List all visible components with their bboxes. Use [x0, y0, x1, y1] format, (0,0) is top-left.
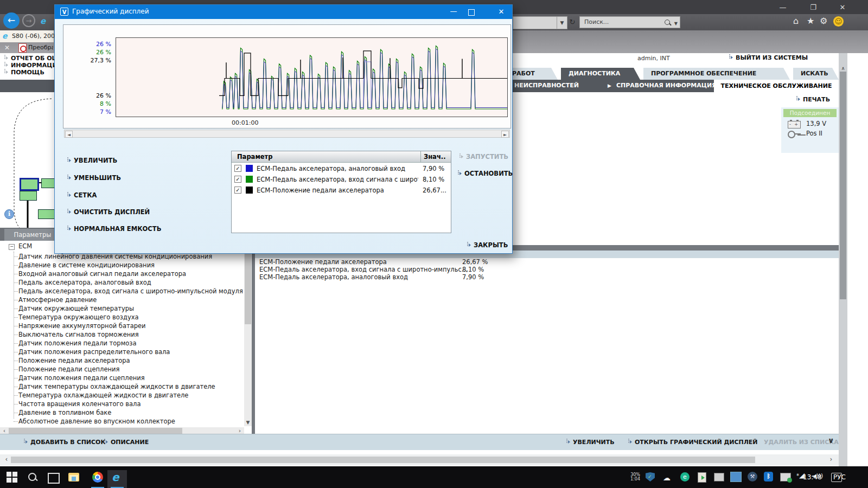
selected-param-name[interactable]: ЕСМ-Педаль акселератора, вход сигнала с …	[259, 266, 468, 273]
tree-item[interactable]: Температура охлаждающей жидкости в двига…	[18, 391, 188, 399]
tree-item[interactable]: Частота вращения коленчатого вала	[18, 400, 141, 408]
notification-center-icon[interactable]	[831, 473, 842, 482]
tree-item[interactable]: Датчик положения педали тормоза	[18, 339, 137, 347]
tab-диагностика[interactable]: ДИАГНОСТИКА	[561, 68, 640, 80]
browser-tab[interactable]: e S80 (-06), 2000	[0, 30, 54, 42]
search-input[interactable]: Поиск... ▼	[579, 16, 680, 28]
bottom-button-description[interactable]: ОПИСАНИЕ	[104, 439, 149, 446]
document-app-icon[interactable]	[698, 472, 706, 483]
bluetooth-icon[interactable]: ᛒ	[764, 472, 773, 481]
dialog-menu-4[interactable]: ОЧИСТИТЬ ДИСПЛЕЙ	[67, 208, 150, 216]
tool-tray-icon[interactable]: ⚒	[748, 472, 757, 481]
scroll-thumb[interactable]	[840, 72, 846, 299]
address-dropdown-icon[interactable]: ▼	[557, 16, 567, 29]
tree-item[interactable]: Входной аналоговый сигнал педали акселер…	[18, 270, 186, 278]
chrome-icon[interactable]	[88, 472, 107, 488]
selected-param-name[interactable]: ЕСМ-Положение педали акселератора	[259, 258, 387, 266]
internet-explorer-icon[interactable]: e	[107, 470, 127, 488]
tab-parameters[interactable]: Параметры	[4, 229, 61, 241]
selected-param-name[interactable]: ЕСМ-Педаль акселератора, аналоговый вход	[259, 273, 408, 281]
bottom-button-add-to-list[interactable]: ДОБАВИТЬ В СПИСОК	[24, 439, 105, 446]
onedrive-cloud-icon[interactable]: ☁	[663, 473, 671, 482]
pdf-convert-icon[interactable]	[18, 43, 27, 53]
module-abs[interactable]	[38, 209, 55, 219]
left-menu-item-3[interactable]: ПОМОЩЬ	[4, 69, 54, 76]
refresh-icon[interactable]: ↻	[567, 16, 577, 28]
feedback-smiley-icon[interactable]: ☺	[833, 16, 844, 27]
row-checkbox[interactable]: ✓	[234, 176, 241, 183]
defender-shield-icon[interactable]: ✓	[646, 472, 655, 481]
window-restore-button[interactable]: ❐	[805, 3, 821, 12]
battery-status[interactable]: 30%1:04	[630, 473, 640, 481]
dialog-maximize-button[interactable]	[468, 9, 475, 16]
bottom-button-zoom[interactable]: УВЕЛИЧИТЬ	[566, 439, 615, 446]
taskbar-clock[interactable]: 13:48	[803, 473, 822, 481]
network-adapter-icon[interactable]	[780, 473, 791, 481]
dialog-minimize-button[interactable]: —	[444, 7, 463, 17]
row-checkbox[interactable]: ✓	[234, 187, 241, 194]
tree-item[interactable]: Датчик положения педали сцепления	[18, 374, 145, 382]
dialog-menu-1[interactable]: УВЕЛИЧИТЬ	[67, 157, 117, 164]
tree-item[interactable]: Температура окружающего воздуха	[18, 313, 139, 321]
module-ecm[interactable]	[20, 178, 39, 191]
tree-item[interactable]: Выключатель сигналов торможения	[18, 331, 139, 338]
close-button[interactable]: ЗАКРЫТЬ	[467, 241, 508, 249]
left-menu-item-1[interactable]: ОТЧЕТ ОБ ОШ	[4, 55, 54, 62]
tree-root-ecm[interactable]: ECM	[18, 242, 32, 250]
logout-button[interactable]: ВЫЙТИ ИЗ СИСТЕМЫ	[729, 54, 808, 61]
start-button[interactable]	[7, 472, 17, 483]
address-bar[interactable]	[513, 16, 557, 29]
tree-item[interactable]: Давление в топливном баке	[18, 409, 111, 416]
table-row[interactable]: ✓ЕСМ-Педаль акселератора, вход сигнала с…	[232, 174, 451, 185]
scroll-thumb[interactable]	[245, 248, 251, 324]
subtab-fault-tracing[interactable]: НЕИСПРАВНОСТЕЙ	[514, 82, 579, 89]
settings-gear-icon[interactable]: ⚙	[820, 16, 827, 26]
page-vertical-scrollbar[interactable]: ∧	[839, 53, 847, 466]
window-close-button[interactable]: ✕	[834, 3, 851, 12]
tree-item[interactable]: Педаль акселератора, аналоговый вход	[18, 279, 151, 286]
dialog-close-button[interactable]: ✕	[492, 7, 510, 17]
tree-item[interactable]: Датчик температуры охлаждающей жидкости …	[18, 383, 215, 390]
display-app-icon[interactable]	[714, 473, 724, 481]
remote-desktop-icon[interactable]	[730, 472, 742, 482]
dialog-menu-2[interactable]: УМЕНЬШИТЬ	[67, 174, 121, 182]
table-row[interactable]: ✓ЕСМ-Положение педали акселератора26,67.…	[232, 185, 451, 196]
search-dropdown-icon[interactable]: ▼	[674, 21, 678, 26]
toolbar-close-icon[interactable]: ✕	[4, 44, 10, 52]
chart-horizontal-scrollbar[interactable]: ◄ ►	[64, 130, 510, 138]
tree-item[interactable]: Педаль акселератора, вход сигнала с широ…	[18, 287, 243, 295]
module-tcm[interactable]	[20, 191, 37, 201]
scroll-right-icon[interactable]: ►	[501, 131, 509, 138]
browser-back-button[interactable]: ←	[3, 12, 20, 29]
tree-item[interactable]: Атмосферное давление	[18, 296, 97, 304]
tree-item[interactable]: Датчик линейного давления системы кондиц…	[18, 253, 212, 260]
scroll-down-chevron-icon[interactable]: ∨	[828, 436, 834, 445]
table-row[interactable]: ✓ЕСМ-Педаль акселератора, аналоговый вхо…	[232, 163, 451, 174]
browser-forward-button[interactable]: →	[22, 14, 35, 27]
favorites-star-icon[interactable]: ★	[807, 16, 814, 26]
dialog-menu-3[interactable]: СЕТКА	[67, 191, 97, 199]
task-view-icon[interactable]	[48, 473, 60, 484]
tab-искать[interactable]: ИСКАТЬ	[793, 68, 839, 80]
antivirus-icon[interactable]: e	[680, 472, 690, 481]
left-menu-item-2[interactable]: ИНФОРМАЦИ	[4, 62, 54, 69]
tree-item[interactable]: Положение педали акселератора	[18, 357, 130, 364]
tree-item[interactable]: Датчик окружающей температуры	[18, 305, 134, 312]
scroll-left-icon[interactable]: ◄	[65, 131, 73, 138]
stop-button[interactable]: ОСТАНОВИТЬ	[458, 170, 513, 177]
subtab-reference-info[interactable]: СПРАВОЧНАЯ ИНФОРМАЦИЯ	[616, 82, 717, 89]
tab-maintenance[interactable]: ТЕХНИЧЕСКОЕ ОБСЛУЖИВАНИЕ	[714, 80, 839, 92]
search-icon[interactable]	[665, 20, 670, 25]
print-button[interactable]: ПЕЧАТЬ	[796, 96, 830, 103]
taskbar-search-icon[interactable]	[27, 472, 38, 483]
tree-item[interactable]: Положение педали сцепления	[18, 365, 119, 373]
info-icon[interactable]: i	[4, 209, 14, 219]
file-explorer-icon[interactable]	[68, 473, 79, 481]
dialog-menu-5[interactable]: НОРМАЛЬНАЯ ЕМКОСТЬ	[67, 225, 161, 233]
bottom-button-open-graphical-display[interactable]: ОТКРЫТЬ ГРАФИЧЕСКИЙ ДИСПЛЕЙ	[628, 439, 758, 446]
tree-item[interactable]: Датчик положения распределительного вала	[18, 348, 170, 356]
tree-item[interactable]: Абсолютное давление во впускном коллекто…	[18, 418, 175, 425]
scroll-thumb[interactable]	[11, 457, 755, 463]
tab-программное-обеспечение[interactable]: ПРОГРАММНОЕ ОБЕСПЕЧЕНИЕ	[643, 68, 790, 80]
page-horizontal-scrollbar[interactable]: ‹ ›	[0, 454, 839, 465]
